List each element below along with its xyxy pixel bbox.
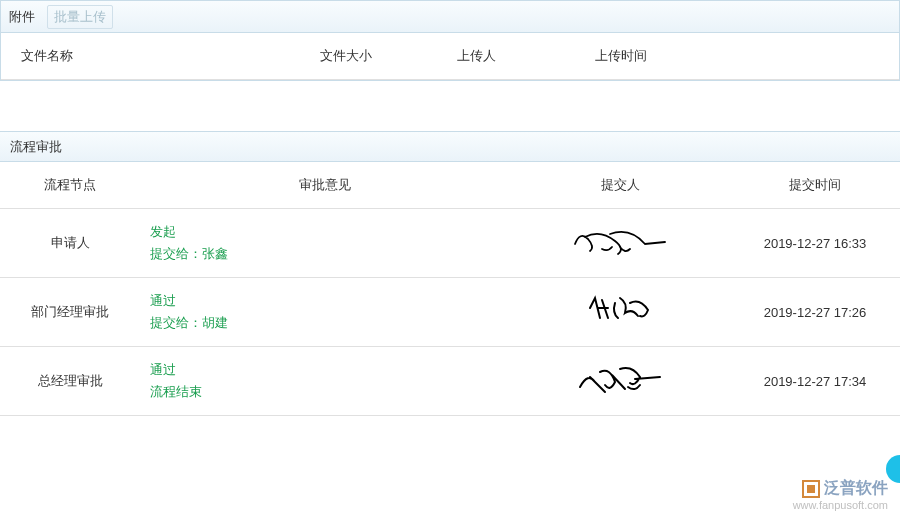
submitter-cell (510, 209, 730, 278)
col-node: 流程节点 (0, 162, 140, 209)
col-submittime: 提交时间 (730, 162, 900, 209)
opinion-detail: 提交给：张鑫 (150, 245, 502, 263)
watermark-url: www.fanpusoft.com (793, 499, 888, 511)
watermark: 泛普软件 www.fanpusoft.com (793, 478, 888, 511)
submitter-cell (510, 347, 730, 416)
node-cell: 总经理审批 (0, 347, 140, 416)
side-float-tab[interactable] (886, 455, 900, 483)
opinion-action: 发起 (150, 223, 502, 241)
approval-table: 流程节点 审批意见 提交人 提交时间 申请人 发起 提交给：张鑫 (0, 162, 900, 416)
watermark-brand-text: 泛普软件 (824, 478, 888, 499)
attachments-panel: 附件 批量上传 文件名称 文件大小 上传人 上传时间 (0, 0, 900, 81)
time-cell: 2019-12-27 16:33 (730, 209, 900, 278)
opinion-cell: 发起 提交给：张鑫 (140, 209, 510, 278)
opinion-detail: 流程结束 (150, 383, 502, 401)
node-cell: 部门经理审批 (0, 278, 140, 347)
col-filesize: 文件大小 (281, 33, 411, 80)
watermark-brand: 泛普软件 (793, 478, 888, 499)
approval-header: 流程审批 (0, 132, 900, 162)
bulk-upload-button[interactable]: 批量上传 (47, 5, 113, 29)
col-uploader: 上传人 (411, 33, 541, 80)
col-action-2 (800, 33, 899, 80)
opinion-cell: 通过 提交给：胡建 (140, 278, 510, 347)
col-opinion: 审批意见 (140, 162, 510, 209)
submitter-cell (510, 278, 730, 347)
table-row: 部门经理审批 通过 提交给：胡建 2019-12-27 17:26 (0, 278, 900, 347)
attachments-header: 附件 批量上传 (1, 1, 899, 33)
signature-image (560, 219, 680, 267)
opinion-cell: 通过 流程结束 (140, 347, 510, 416)
logo-icon (802, 480, 820, 498)
attachments-table: 文件名称 文件大小 上传人 上传时间 (1, 33, 899, 80)
table-row: 申请人 发起 提交给：张鑫 2019-12-27 16:33 (0, 209, 900, 278)
col-action-1 (701, 33, 800, 80)
table-header-row: 文件名称 文件大小 上传人 上传时间 (1, 33, 899, 80)
approval-section: 流程审批 流程节点 审批意见 提交人 提交时间 申请人 发起 提交给：张鑫 (0, 131, 900, 416)
node-cell: 申请人 (0, 209, 140, 278)
opinion-action: 通过 (150, 361, 502, 379)
col-filename: 文件名称 (1, 33, 281, 80)
attachments-tab[interactable]: 附件 (9, 8, 35, 26)
time-cell: 2019-12-27 17:34 (730, 347, 900, 416)
table-header-row: 流程节点 审批意见 提交人 提交时间 (0, 162, 900, 209)
table-row: 总经理审批 通过 流程结束 2019-12-27 17:34 (0, 347, 900, 416)
signature-image (560, 357, 680, 405)
col-submitter: 提交人 (510, 162, 730, 209)
opinion-detail: 提交给：胡建 (150, 314, 502, 332)
col-uploadtime: 上传时间 (541, 33, 701, 80)
signature-image (560, 288, 680, 336)
time-cell: 2019-12-27 17:26 (730, 278, 900, 347)
opinion-action: 通过 (150, 292, 502, 310)
